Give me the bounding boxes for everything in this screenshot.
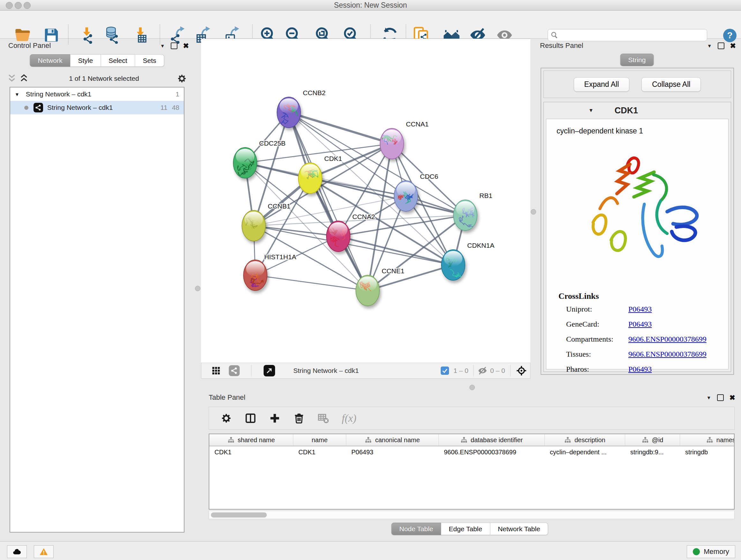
tab-sets[interactable]: Sets xyxy=(135,54,164,67)
network-edge[interactable] xyxy=(254,226,338,236)
crosslink-row: Uniprot: P06493 xyxy=(566,305,592,314)
column-header-id[interactable]: @id xyxy=(625,434,680,446)
string-results-box: Expand All Collapse All ▼ CDK1 cyclin–de… xyxy=(541,68,734,375)
protein-structure-image xyxy=(577,145,711,282)
scrollbar-thumb[interactable] xyxy=(211,512,267,517)
collection-expand-icon[interactable]: ▼ xyxy=(15,91,19,97)
splitter-grip[interactable] xyxy=(469,385,475,390)
save-session-button[interactable] xyxy=(43,26,60,44)
network-collection-row[interactable]: ▼ String Network – cdk1 1 xyxy=(10,87,184,101)
import-table-button[interactable] xyxy=(132,26,149,44)
table-panel-close-icon[interactable]: ✖ xyxy=(730,395,735,400)
network-edge[interactable] xyxy=(289,112,367,291)
collapse-all-networks-icon[interactable] xyxy=(7,74,17,83)
open-session-button[interactable] xyxy=(14,26,31,44)
tab-edge-table[interactable]: Edge Table xyxy=(441,523,490,535)
network-node-CCNA1[interactable]: CCNA1 xyxy=(380,120,428,159)
network-view-canvas[interactable]: CCNB2CCNA1CDC25BCDK1CDC6RB1CCNB1CCNA2CDK… xyxy=(201,39,530,363)
crosslink-label: Compartments: xyxy=(566,335,613,343)
warnings-button[interactable] xyxy=(34,545,54,558)
network-row[interactable]: String Network – cdk1 11 48 xyxy=(10,101,184,114)
gene-section-header[interactable]: ▼ CDK1 xyxy=(544,102,731,119)
tab-node-table[interactable]: Node Table xyxy=(391,523,441,535)
delete-column-icon[interactable] xyxy=(293,413,305,424)
cell-shared-name[interactable]: CDK1 xyxy=(209,449,293,456)
table-panel-menu-icon[interactable]: ▼ xyxy=(706,395,711,400)
table-horizontal-scrollbar[interactable] xyxy=(209,511,735,519)
results-panel-title: Results Panel xyxy=(540,42,707,50)
birds-eye-crosshair-icon[interactable] xyxy=(516,365,527,376)
selected-nodes-checkbox[interactable] xyxy=(441,367,449,375)
control-panel-close-icon[interactable]: ✖ xyxy=(183,43,189,49)
network-node-CDKN1A[interactable]: CDKN1A xyxy=(441,242,494,280)
gene-collapse-icon[interactable]: ▼ xyxy=(589,108,594,113)
tab-string[interactable]: String xyxy=(620,54,654,66)
share-icon xyxy=(35,105,42,111)
control-panel-menu-icon[interactable]: ▼ xyxy=(160,43,165,49)
cell-name[interactable]: CDK1 xyxy=(293,449,346,456)
column-header-canonical-name[interactable]: canonical name xyxy=(346,434,439,446)
splitter-grip[interactable] xyxy=(195,286,200,291)
crosslink-link[interactable]: P06493 xyxy=(628,305,652,313)
import-table-icon xyxy=(132,26,149,44)
show-columns-icon[interactable] xyxy=(245,413,256,424)
tab-network[interactable]: Network xyxy=(30,54,70,67)
import-network-file-button[interactable] xyxy=(78,26,96,44)
column-header-shared-name[interactable]: shared name xyxy=(209,434,293,446)
network-edge[interactable] xyxy=(255,275,367,291)
network-node-CCNA2[interactable]: CCNA2 xyxy=(327,213,375,252)
cell-id[interactable]: stringdb:9... xyxy=(625,449,680,456)
expand-all-button[interactable]: Expand All xyxy=(574,77,630,91)
detach-view-button[interactable] xyxy=(264,365,275,376)
network-edge[interactable] xyxy=(367,265,453,291)
network-badge-button[interactable] xyxy=(229,365,240,376)
cell-canonical-name[interactable]: P06493 xyxy=(346,449,439,456)
control-panel-float-icon[interactable] xyxy=(171,43,178,49)
table-panel-float-icon[interactable] xyxy=(717,394,724,401)
column-header-database-identifier[interactable]: database identifier xyxy=(439,434,545,446)
crosslink-link[interactable]: P06493 xyxy=(628,320,652,328)
add-column-icon[interactable] xyxy=(269,413,280,424)
tab-select[interactable]: Select xyxy=(101,54,135,67)
collapse-all-button[interactable]: Collapse All xyxy=(642,77,701,91)
grid-view-icon[interactable] xyxy=(212,366,220,375)
column-header-description[interactable]: description xyxy=(545,434,625,446)
crosslink-label: Uniprot: xyxy=(566,305,592,313)
import-network-database-button[interactable] xyxy=(104,26,121,44)
network-edge[interactable] xyxy=(310,178,465,215)
help-button[interactable]: ? xyxy=(723,29,737,42)
search-input[interactable] xyxy=(548,29,707,41)
results-panel-float-icon[interactable] xyxy=(718,43,724,49)
column-header-name[interactable]: name xyxy=(293,434,346,446)
expand-all-networks-icon[interactable] xyxy=(19,74,29,83)
table-row[interactable]: CDK1 CDK1 P06493 9606.ENSP00000378699 cy… xyxy=(209,446,734,458)
network-node-HIST1H1A[interactable]: HIST1H1A xyxy=(244,253,296,291)
node-label: CCNA2 xyxy=(352,213,375,220)
column-header-namespace[interactable]: namespace xyxy=(680,434,735,446)
network-node-CCNB1[interactable]: CCNB1 xyxy=(242,202,290,241)
tab-style[interactable]: Style xyxy=(70,54,101,67)
network-node-RB1[interactable]: RB1 xyxy=(454,192,492,231)
hidden-eye-slash-icon[interactable] xyxy=(478,366,487,375)
network-edge[interactable] xyxy=(289,112,465,215)
cloud-status-button[interactable] xyxy=(7,545,27,558)
cell-database-identifier[interactable]: 9606.ENSP00000378699 xyxy=(439,449,545,456)
crosslink-link[interactable]: 9606.ENSP00000378699 xyxy=(628,335,706,343)
export-network-button[interactable] xyxy=(170,26,187,44)
network-edge[interactable] xyxy=(289,112,392,144)
network-node-CDC6[interactable]: CDC6 xyxy=(394,173,438,211)
network-edge-count: 48 xyxy=(172,104,179,111)
crosslink-link[interactable]: P06493 xyxy=(628,365,652,373)
control-panel: Control Panel ▼ ✖ Network Style Select S… xyxy=(3,42,192,536)
crosslink-link[interactable]: 9606.ENSP00000378699 xyxy=(628,350,706,358)
memory-button[interactable]: Memory xyxy=(687,545,735,558)
cell-description[interactable]: cyclin–dependent ... xyxy=(545,449,625,456)
network-options-gear-icon[interactable] xyxy=(177,73,187,84)
search-icon xyxy=(551,32,558,39)
tab-network-table[interactable]: Network Table xyxy=(490,523,548,535)
results-panel-close-icon[interactable]: ✖ xyxy=(730,43,736,49)
cell-namespace[interactable]: stringdb xyxy=(680,449,735,456)
collection-count: 1 xyxy=(176,90,179,98)
table-options-gear-icon[interactable] xyxy=(220,413,232,424)
results-panel-menu-icon[interactable]: ▼ xyxy=(707,43,712,49)
